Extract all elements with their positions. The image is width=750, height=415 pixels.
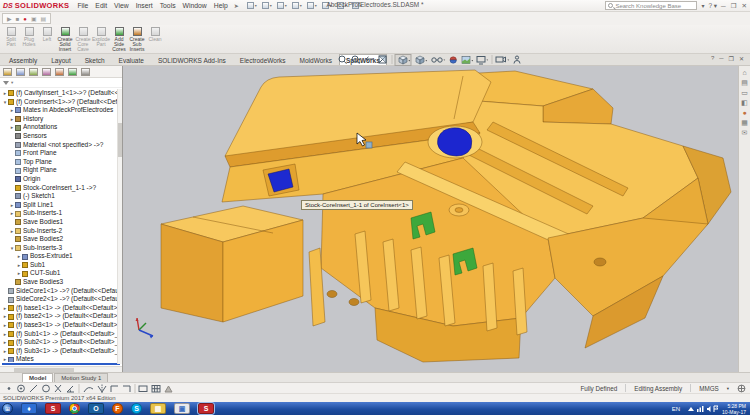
tray-icons[interactable] [684, 404, 718, 414]
search-scope-button[interactable]: ▾ [701, 2, 704, 9]
tree-item-sub-inserts-2[interactable]: ▸Sub-Inserts-2 [0, 227, 122, 236]
menu-edit[interactable]: Edit [95, 2, 107, 9]
tree-item--f-base2-1-default-default-dis[interactable]: ▸(f) base2<1> -> (Default<<Default>_Disp… [0, 312, 122, 321]
tree-item--f-sub1-1-default-default-disp[interactable]: ▸(f) Sub1<1> -> (Default<<Default>_Displ… [0, 330, 122, 339]
zoom-to-area-icon[interactable] [352, 56, 360, 64]
tree-item-annotations[interactable]: ▸Annotations [0, 123, 122, 132]
tab-evaluate[interactable]: Evaluate [112, 54, 151, 65]
fillet-tool-icon[interactable] [165, 386, 172, 392]
network-icon[interactable] [697, 406, 704, 412]
panel-tab-feature-manager-tree[interactable] [3, 68, 12, 76]
tree-filter-row[interactable]: ▾ [0, 78, 122, 88]
angle-tool-icon[interactable] [67, 386, 74, 392]
stop-button[interactable]: ■ [16, 16, 20, 22]
unit-caret-icon[interactable]: ▾ [727, 386, 729, 391]
pin-menu-icon[interactable]: ➤ [234, 2, 241, 9]
view-orientation-button[interactable] [395, 55, 411, 66]
menu-help[interactable]: Help [214, 2, 228, 9]
tab-solidworks-add-ins[interactable]: SOLIDWORKS Add-Ins [151, 54, 233, 65]
tab-moldworks[interactable]: MoldWorks [293, 54, 339, 65]
zoom-to-fit-icon[interactable] [339, 56, 347, 64]
tree-item-top-plane[interactable]: Top Plane [0, 158, 122, 167]
core-insert-model[interactable] [123, 66, 738, 372]
menu-file[interactable]: File [77, 2, 88, 9]
display-style-icon[interactable] [416, 56, 427, 64]
arc-tool-icon[interactable] [84, 387, 93, 391]
create-sub-inserts-button[interactable]: CreateSubInserts [128, 26, 146, 52]
mirror-tool-icon[interactable] [98, 384, 106, 393]
rebuild-button[interactable]: ▾ [322, 2, 332, 9]
apply-scene-icon[interactable] [462, 57, 473, 64]
language-indicator[interactable]: EN [672, 406, 680, 412]
options-button[interactable]: ▾ [352, 2, 362, 9]
line-tool-icon[interactable] [30, 385, 37, 392]
tree-item--f-base3-1-default-default-dis[interactable]: ▸(f) base3<1> -> (Default<<Default>_Disp… [0, 321, 122, 330]
doc-minimize-button[interactable]: ─ [719, 55, 723, 62]
tree-item-sensors[interactable]: Sensors [0, 132, 122, 141]
appearances-icon[interactable]: ● [742, 109, 746, 116]
taskbar-security-app[interactable]: ♦ [21, 403, 37, 414]
file-explorer-icon[interactable]: ▭ [741, 89, 748, 96]
panel-tab-configuration-manager[interactable] [29, 68, 38, 76]
tree-item-sidecore2-1-default-default-di[interactable]: SideCore2<1> ->? (Default<<Default>_Disp [0, 295, 122, 304]
panel-tab-display-manager[interactable] [55, 68, 64, 76]
tree-item-history[interactable]: ▸History [0, 115, 122, 124]
corner-rectangle-icon[interactable] [111, 386, 118, 392]
trim-tool-icon[interactable] [55, 385, 61, 392]
ellipse-tool-icon[interactable] [43, 385, 50, 392]
new-macro-button[interactable]: ▤ [41, 16, 47, 22]
taskbar-file-explorer[interactable]: ▤ [150, 403, 166, 414]
section-view-icon[interactable] [379, 56, 386, 63]
tree-item-boss-extrude1[interactable]: ▸Boss-Extrude1 [0, 252, 122, 261]
restore-button[interactable]: ❐ [731, 2, 737, 10]
tree-item-save-bodies1[interactable]: Save Bodies1 [0, 218, 122, 227]
tab-electrodeworks[interactable]: ElectrodeWorks [233, 54, 293, 65]
camera-view-icon[interactable] [496, 57, 509, 62]
tree-item-split-line1[interactable]: ▸Split Line1 [0, 201, 122, 210]
save-macro-button[interactable]: ▣ [31, 16, 37, 22]
tree-item--f-sub2-1-default-default-disp[interactable]: ▸(f) Sub2<1> -> (Default<<Default>_Displ… [0, 338, 122, 347]
panel-tab-splitworks-manager[interactable] [68, 68, 77, 76]
tree-item-front-plane[interactable]: Front Plane [0, 149, 122, 158]
doc-restore-button[interactable]: ❐ [729, 55, 734, 62]
tree-item-save-bodies3[interactable]: Save Bodies3 [0, 278, 122, 287]
record-button[interactable]: ● [23, 16, 27, 22]
rollback-bar[interactable] [2, 363, 120, 365]
menu-window[interactable]: Window [183, 2, 207, 9]
tree-item--f-base1-1-default-default-dis[interactable]: ▸(f) base1<1> -> (Default<<Default>_Disp… [0, 304, 122, 313]
linear-pattern-icon[interactable] [152, 385, 160, 392]
play-button[interactable]: ▶ [7, 16, 12, 22]
tree-item-sub-inserts-3[interactable]: ▾Sub-Inserts-3 [0, 244, 122, 253]
doc-help-button[interactable]: ? [711, 55, 714, 62]
tree-item-save-bodies2[interactable]: Save Bodies2 [0, 235, 122, 244]
tree-item-cut-sub1[interactable]: ▸CUT-Sub1 [0, 269, 122, 278]
tree-item-mates-in-abdeckprofelectrodes[interactable]: ▸Mates in AbdeckProfElectrodes [0, 106, 122, 115]
tree-item--f-sub3-1-default-default-disp[interactable]: ▸(f) Sub3<1> -> (Default<<Default>_Displ… [0, 347, 122, 356]
create-solid-insert-button[interactable]: CreateSolidInsert [56, 26, 74, 52]
design-library-icon[interactable]: ▤ [741, 79, 748, 86]
panel-tab-property-manager[interactable] [16, 68, 25, 76]
tree-item-sidecore1-1-default-default-di[interactable]: SideCore1<1> ->? (Default<<Default>_Disp [0, 287, 122, 296]
panel-tab-pane-options[interactable] [81, 68, 90, 76]
clock[interactable]: 5:28 PM 10-May-17 [722, 403, 748, 415]
smart-dimension-icon[interactable] [8, 387, 10, 389]
tree-item-origin[interactable]: Origin [0, 175, 122, 184]
tab-layout[interactable]: Layout [44, 54, 78, 65]
taskbar-solidworks-app[interactable]: S [45, 403, 61, 414]
tree-item-sub-inserts-1[interactable]: ▸Sub-Inserts-1 [0, 209, 122, 218]
start-button[interactable]: ⊞ [2, 403, 13, 414]
menu-view[interactable]: View [114, 2, 129, 9]
menu-insert[interactable]: Insert [136, 2, 153, 9]
previous-view-icon[interactable] [366, 57, 373, 61]
taskbar-app-window[interactable]: ▣ [174, 403, 190, 414]
custom-properties-icon[interactable]: ▦ [741, 119, 748, 126]
panel-tab-dimxpert-manager[interactable] [42, 68, 51, 76]
solidworks-forum-icon[interactable]: ✉ [742, 129, 748, 136]
tab-model[interactable]: Model [22, 373, 53, 382]
tree-item-stock-coreinsert-1-1-[interactable]: Stock-CoreInsert_1-1 ->? [0, 184, 122, 193]
tab-sketch[interactable]: Sketch [78, 54, 112, 65]
tree-item-right-plane[interactable]: Right Plane [0, 166, 122, 175]
tree-item--sketch1[interactable]: (-) Sketch1 [0, 192, 122, 201]
add-side-cores-button[interactable]: AddSideCores [110, 26, 128, 52]
close-button[interactable]: ✕ [742, 2, 747, 10]
